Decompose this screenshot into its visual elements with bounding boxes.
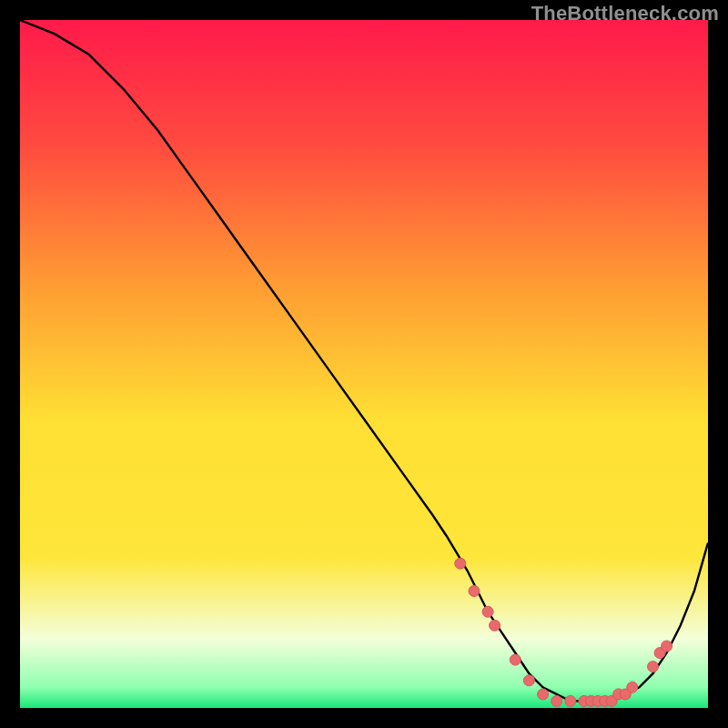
data-marker bbox=[510, 654, 521, 665]
data-marker bbox=[538, 689, 549, 700]
watermark-label: TheBottleneck.com bbox=[531, 2, 719, 25]
data-marker bbox=[523, 675, 534, 686]
gradient-background bbox=[20, 20, 708, 708]
data-marker bbox=[662, 641, 672, 652]
chart-stage: TheBottleneck.com bbox=[0, 0, 728, 728]
data-marker bbox=[627, 682, 638, 693]
data-marker bbox=[551, 695, 562, 706]
chart-svg bbox=[20, 20, 708, 708]
data-marker bbox=[490, 620, 500, 631]
data-marker bbox=[648, 662, 659, 672]
data-marker bbox=[482, 606, 493, 617]
data-marker bbox=[455, 558, 466, 569]
plot-area bbox=[20, 20, 708, 708]
data-marker bbox=[565, 695, 576, 706]
data-marker bbox=[469, 586, 480, 597]
